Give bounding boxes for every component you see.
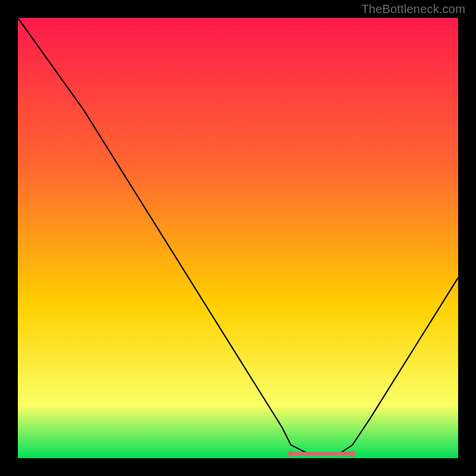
chart-frame: TheBottleneck.com <box>0 0 476 476</box>
flat-endpoint-right <box>349 451 355 457</box>
plot-svg <box>18 18 458 458</box>
flat-endpoint-left <box>288 451 294 457</box>
watermark-text: TheBottleneck.com <box>361 2 465 16</box>
plot-area <box>18 18 458 458</box>
gradient-background <box>18 18 458 458</box>
